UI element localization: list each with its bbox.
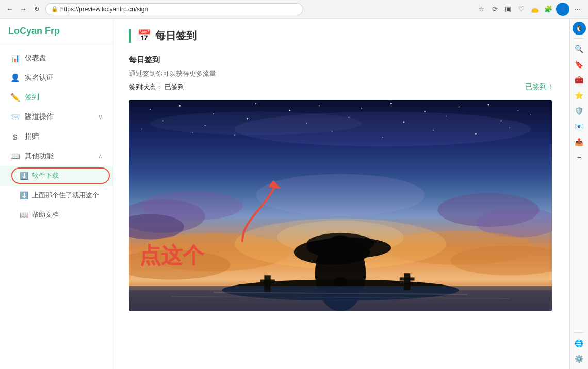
sign-status-label: 签到状态： [129,83,162,91]
app-container: LoCyan Frp 📊 仪表盘 👤 实名认证 ✏️ 签到 📨 隧道操作 ∨ [0,19,588,369]
right-panel-star-btn[interactable]: ⭐ [572,88,586,103]
main-content: 📅 每日签到 每日签到 通过签到你可以获得更多流量 签到状态： 已签到 已签到！ [113,19,569,369]
section-title: 每日签到 [129,55,554,65]
tunnel-label: 隧道操作 [25,112,54,122]
browser-profile-avatar[interactable]: 👤 [556,3,569,16]
sidebar: LoCyan Frp 📊 仪表盘 👤 实名认证 ✏️ 签到 📨 隧道操作 ∨ [0,19,113,369]
back-button[interactable]: ← [5,5,14,14]
svg-rect-52 [400,277,415,280]
right-panel-shield-btn[interactable]: 🛡️ [572,104,586,118]
browser-chrome: ← → ↻ 🔒 https://preview.locyanfrp.cn/sig… [0,0,588,19]
realname-icon: 👤 [10,73,20,82]
svg-rect-51 [404,273,410,290]
right-panel-translate-btn[interactable]: 🌐 [572,336,586,350]
browser-tab-button[interactable]: ▣ [502,4,514,15]
already-signed-badge: 已签到！ [525,82,554,92]
sidebar-item-tunnel[interactable]: 📨 隧道操作 ∨ [0,107,113,127]
tunnel-arrow-icon: ∨ [98,113,103,121]
sidebar-logo: LoCyan Frp [0,19,113,44]
right-panel-add-btn[interactable]: + [572,150,586,164]
tunnel-icon: 📨 [10,112,20,122]
sign-section: 每日签到 通过签到你可以获得更多流量 签到状态： 已签到 已签到！ [129,55,554,92]
clouds-svg [129,100,552,311]
use-this-label: 上面那个住了就用这个 [32,191,99,200]
forward-button[interactable]: → [19,5,28,14]
dashboard-label: 仪表盘 [25,54,46,63]
browser-extensions-button[interactable]: 🧩 [543,4,554,15]
signin-icon: ✏️ [10,93,20,102]
url-text: https://preview.locyanfrp.cn/sign [60,6,148,13]
sidebar-item-other[interactable]: 📖 其他功能 ∧ [0,146,113,166]
svg-rect-50 [260,280,275,283]
donate-icon: $ [10,132,20,141]
docs-icon: 📖 [20,211,28,219]
address-bar[interactable]: 🔒 https://preview.locyanfrp.cn/sign [45,3,303,15]
banner-image: 点这个 [129,100,552,311]
svg-point-36 [256,174,425,216]
browser-more-button[interactable]: ⋯ [571,4,583,15]
other-icon: 📖 [10,152,20,161]
page-title: 每日签到 [155,29,197,43]
right-panel-bookmark-btn[interactable]: 🔖 [572,57,586,72]
sign-description: 通过签到你可以获得更多流量 [129,69,554,78]
right-panel-divider-2 [574,332,584,333]
software-icon: ⬇️ [20,172,28,180]
right-panel-settings-btn[interactable]: ⚙️ [572,351,586,366]
right-panel-divider-1 [574,38,584,39]
dashboard-icon: 📊 [10,54,20,63]
signin-label: 签到 [25,93,39,102]
use-this-icon: ⬇️ [20,191,28,199]
donate-label: 捐赠 [25,132,39,141]
right-panel-outlook-btn[interactable]: 📧 [572,119,586,133]
right-panel: 🐧 🔍 🔖 🧰 ⭐ 🛡️ 📧 📤 + 🌐 ⚙️ [569,19,588,369]
sign-status-row: 签到状态： 已签到 已签到！ [129,82,554,92]
sign-status: 签到状态： 已签到 [129,82,185,92]
refresh-button[interactable]: ↻ [32,5,41,14]
sidebar-subitem-use-this[interactable]: ⬇️ 上面那个住了就用这个 [0,186,113,205]
sign-status-value: 已签到 [165,83,185,91]
right-panel-search-btn[interactable]: 🔍 [572,42,586,56]
page-title-icon: 📅 [137,29,151,43]
browser-controls: ← → ↻ [5,5,41,14]
other-label: 其他功能 [25,152,54,161]
other-arrow-icon: ∧ [98,153,103,160]
browser-favorites-button[interactable]: ♡ [516,4,527,15]
docs-label: 帮助文档 [32,210,59,220]
browser-wallet-button[interactable]: 👝 [529,4,541,15]
right-panel-avatar[interactable]: 🐧 [573,22,586,35]
right-panel-toolbox-btn[interactable]: 🧰 [572,73,586,87]
sidebar-subitem-docs[interactable]: 📖 帮助文档 [0,205,113,225]
sidebar-item-signin[interactable]: ✏️ 签到 [0,88,113,107]
sidebar-nav: 📊 仪表盘 👤 实名认证 ✏️ 签到 📨 隧道操作 ∨ $ 捐赠 [0,44,113,369]
svg-point-46 [306,233,374,254]
page-title-bar: 📅 每日签到 [129,29,554,43]
right-panel-share-btn[interactable]: 📤 [572,135,586,149]
browser-star-button[interactable]: ☆ [476,4,487,15]
sidebar-item-realname[interactable]: 👤 实名认证 [0,68,113,88]
realname-label: 实名认证 [25,73,54,82]
sidebar-item-donate[interactable]: $ 捐赠 [0,127,113,146]
svg-rect-49 [264,275,270,292]
svg-point-53 [334,277,347,286]
browser-collections-button[interactable]: ⟳ [489,4,500,15]
sidebar-subitem-software[interactable]: ⬇️ 软件下载 [0,166,113,186]
software-label: 软件下载 [32,171,59,180]
sidebar-item-dashboard[interactable]: 📊 仪表盘 [0,48,113,68]
lock-icon: 🔒 [51,6,58,12]
browser-right-controls: ☆ ⟳ ▣ ♡ 👝 🧩 👤 ⋯ [476,3,583,16]
